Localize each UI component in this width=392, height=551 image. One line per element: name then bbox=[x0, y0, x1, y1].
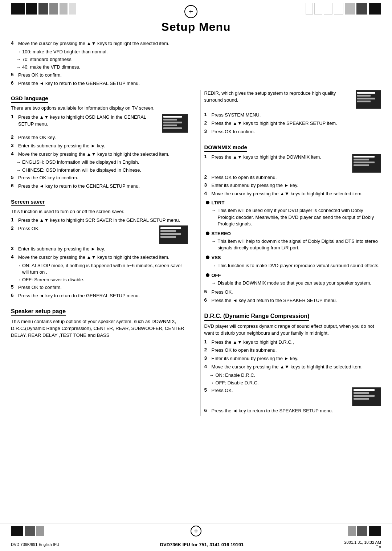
left-column: OSD language There are two options avail… bbox=[11, 90, 192, 416]
dmx-stereo-label: STEREO bbox=[212, 230, 381, 237]
dmx-ltrt-arrow: → This item will be used only if your DV… bbox=[212, 207, 381, 227]
osd-arrow-english: → ENGLISH: OSD information will be displ… bbox=[16, 159, 188, 166]
bar-white-1 bbox=[306, 3, 313, 15]
speaker-setup-heading: Speaker setup page bbox=[11, 308, 66, 316]
arrow-sym-3: → bbox=[16, 64, 21, 70]
rt-step-text-2: Press the ▲▼ keys to highlight the SPEAK… bbox=[212, 120, 337, 127]
dmx-step-num-6: 6 bbox=[204, 297, 209, 303]
dmx-step-text-2: Press OK to open its submenu. bbox=[212, 174, 277, 181]
dmx-off-arrow-text: Disable the DOWNMIX mode so that you can… bbox=[218, 280, 371, 286]
dmx-dot-off: OFF → Disable the DOWNMIX mode so that y… bbox=[206, 272, 381, 287]
screen-saver-intro: This function is used to turn on or off … bbox=[11, 208, 188, 215]
ss-step-text-4: Move the cursor by pressing the ▲▼ keys … bbox=[18, 254, 170, 261]
drc-heading: D.R.C. (Dynamic Range Compression) bbox=[204, 313, 310, 321]
bottom-center bbox=[44, 526, 348, 536]
ss-step-num-4: 4 bbox=[11, 254, 16, 260]
osd-step-text-2: Press the OK key. bbox=[18, 134, 56, 141]
dot-sym-off bbox=[206, 273, 209, 277]
r-screen-line-3 bbox=[357, 98, 375, 99]
dmx-vss-label: VSS bbox=[212, 254, 380, 261]
rt-step-3: 3 Press OK to confirm. bbox=[204, 128, 381, 135]
bar-white-4 bbox=[334, 3, 343, 15]
osd-step-text-1: Press the ▲▼ keys to highlight OSD LANG … bbox=[18, 114, 159, 128]
step-text-6-top: Press the ◄ key to return to the GENERAL… bbox=[18, 80, 140, 87]
dmx-off-arrow: → Disable the DOWNMIX mode so that you c… bbox=[212, 280, 371, 286]
ss-arrow-text-on: ON: At STOP mode, if nothing is happened… bbox=[22, 262, 188, 276]
screen-line-5 bbox=[163, 127, 181, 129]
drc-step-5-content: Press OK. bbox=[212, 387, 381, 406]
drc-step-num-6: 6 bbox=[204, 408, 209, 413]
osd-arrow-sym-en: → bbox=[16, 159, 21, 166]
dmx-step-5: 5 Press OK. bbox=[204, 289, 381, 296]
speaker-setup-intro: This menu contains setup options of your… bbox=[11, 318, 188, 339]
ss-step-num-2: 2 bbox=[11, 225, 16, 231]
bar-midgray bbox=[49, 3, 58, 15]
drc-step-num-4: 4 bbox=[204, 364, 209, 369]
page-title: Setup Menu bbox=[0, 20, 392, 34]
osd-step-text-6: Press the ◄ key to return to the GENERAL… bbox=[18, 183, 140, 190]
ss-step-text-1: Press the ▲▼ keys to highlight SCR SAVER… bbox=[18, 217, 180, 224]
crosshair-icon bbox=[184, 5, 197, 18]
dmx-step-1-container: 1 Press the ▲▼ keys to highlight the DOW… bbox=[204, 154, 381, 173]
bottom-right-bars bbox=[348, 526, 381, 536]
bottom-bar bbox=[0, 523, 392, 539]
footer-right-text: 2001.1.31, 10:32 AM bbox=[344, 540, 381, 544]
ss-arrow-on: → ON: At STOP mode, if nothing is happen… bbox=[16, 262, 188, 276]
dmx-ltrt-arrow-text: This item will be used only if your DVD … bbox=[218, 207, 381, 227]
bar-white-2 bbox=[314, 3, 322, 15]
rt-step-2: 2 Press the ▲▼ keys to highlight the SPE… bbox=[204, 120, 381, 127]
osd-step-1-container: 1 Press the ▲▼ keys to highlight OSD LAN… bbox=[11, 114, 188, 133]
step-text-5-top: Press OK to confirm. bbox=[18, 72, 62, 79]
ss-arrow-text-off: OFF: Screen saver is disable. bbox=[22, 277, 84, 283]
dmx-off-arrow-sym: → bbox=[212, 280, 216, 286]
osd-arrow-text-cn: CHINESE: OSD information will be display… bbox=[22, 167, 141, 174]
dmx-screen-line-3 bbox=[354, 162, 375, 163]
drc-step-num-1: 1 bbox=[204, 339, 209, 344]
dmx-step-6: 6 Press the ◄ key and return to the SPEA… bbox=[204, 297, 381, 304]
step-num-5-top: 5 bbox=[11, 72, 16, 77]
osd-step-num-4: 4 bbox=[11, 151, 16, 156]
dmx-step-text-3: Enter its submenu by pressing the ► key. bbox=[212, 182, 299, 189]
dot-sym-ltrt bbox=[206, 201, 209, 204]
drc-screen-line-2 bbox=[354, 392, 369, 394]
r-screen-line-1 bbox=[357, 92, 375, 94]
arrow-text-70: 70: standard brightness bbox=[22, 56, 72, 63]
dmx-screen-line-1 bbox=[354, 156, 375, 158]
drc-arrow-off: → OFF: Disable D.R.C. bbox=[209, 380, 381, 386]
footer-text-row: DVD 736K/691 English IFU DVD736K IFU for… bbox=[0, 539, 392, 551]
arrow-40: → 40: make the VFD dimness. bbox=[16, 64, 381, 70]
footer-right-area: 2001.1.31, 10:32 AM " « bbox=[344, 540, 381, 549]
drc-step-1: 1 Press the ▲▼ keys to highlight D.R.C., bbox=[204, 339, 381, 346]
right-mini-screen-1 bbox=[356, 90, 381, 109]
osd-mini-screen bbox=[162, 114, 188, 133]
bottom-left-bars bbox=[11, 526, 44, 536]
drc-arrow-text-off: OFF: Disable D.R.C. bbox=[216, 380, 259, 386]
drc-step-num-5: 5 bbox=[204, 387, 209, 393]
right-top-intro: REDIR, which gives the setup system to r… bbox=[204, 90, 381, 109]
osd-arrow-sym-cn: → bbox=[16, 167, 21, 174]
bot-bar-2 bbox=[25, 526, 35, 536]
step-text-4: Move the cursor by pressing the ▲▼ keys … bbox=[18, 40, 170, 47]
ss-step-6: 6 Press the ◄ key to return to the GENER… bbox=[11, 293, 188, 299]
osd-step-num-5: 5 bbox=[11, 175, 16, 180]
ss-arrow-off: → OFF: Screen saver is disable. bbox=[16, 277, 188, 283]
right-column: REDIR, which gives the setup system to r… bbox=[200, 90, 381, 416]
drc-step-text-2: Press OK to open its submenu. bbox=[212, 347, 277, 354]
rt-step-text-1: Press SYSTEM MENU. bbox=[212, 112, 261, 119]
drc-step-5-container: 5 Press OK. bbox=[204, 387, 381, 406]
rt-step-text-3: Press OK to confirm. bbox=[212, 128, 255, 135]
ss-step-4: 4 Move the cursor by pressing the ▲▼ key… bbox=[11, 254, 188, 261]
drc-screen-line-1 bbox=[354, 389, 375, 391]
top-steps-section: 4 Move the cursor by pressing the ▲▼ key… bbox=[0, 40, 392, 87]
bar-lightgray bbox=[60, 3, 68, 15]
bar-darkgray bbox=[38, 3, 48, 15]
bot-bar-r3 bbox=[369, 526, 381, 536]
dmx-vss-arrow-sym: → bbox=[212, 262, 216, 269]
ss-step-num-5: 5 bbox=[11, 284, 16, 290]
step-5-top: 5 Press OK to confirm. bbox=[11, 72, 381, 79]
dmx-step-text-5: Press OK. bbox=[212, 289, 233, 296]
drc-step-2: 2 Press OK to open its submenu. bbox=[204, 347, 381, 354]
bar-white-3 bbox=[324, 3, 332, 15]
ss-arrow-sym-on: → bbox=[16, 262, 21, 269]
step-6-top: 6 Press the ◄ key to return to the GENER… bbox=[11, 80, 381, 87]
